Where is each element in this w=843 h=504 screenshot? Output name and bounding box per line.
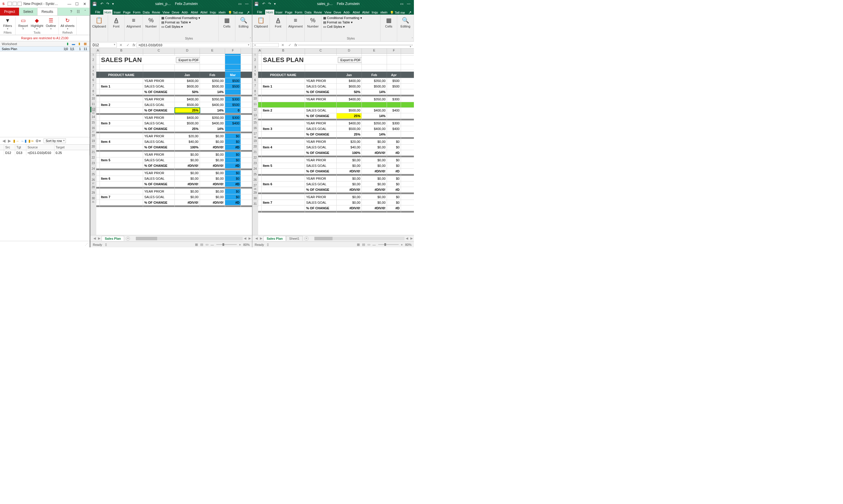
cell-value[interactable]: $500 <box>387 84 401 89</box>
zoom-slider[interactable] <box>216 244 237 245</box>
cell-value[interactable]: #DIV/0! <box>362 187 387 192</box>
cell-value[interactable]: #DIV/0! <box>200 145 225 150</box>
ribbon-tab-ablel[interactable]: Ablel <box>199 10 209 15</box>
cell-value[interactable]: 25% <box>175 126 200 131</box>
format-as-table-button[interactable]: ▤ Format as Table ▾ <box>161 20 217 24</box>
number-button[interactable]: %Number <box>145 16 158 28</box>
row-header[interactable]: 24 <box>252 166 258 172</box>
cell-value[interactable]: #DIV/0! <box>200 163 225 168</box>
col-header-F[interactable]: F <box>225 49 241 54</box>
cell-value[interactable]: $0 <box>225 152 241 157</box>
cell-value[interactable]: $500 <box>225 84 241 89</box>
cell-value[interactable]: $0 <box>387 176 401 181</box>
cell-value[interactable]: 14% <box>362 89 387 94</box>
cell-value[interactable]: $0,00 <box>175 194 200 200</box>
cell-value[interactable]: $0,00 <box>362 181 387 187</box>
cell-value[interactable]: $20,00 <box>337 139 362 144</box>
row-header[interactable]: 15 <box>252 120 258 125</box>
sync-right-icon[interactable]: ▮→ <box>13 139 19 143</box>
tab-project[interactable]: Project <box>0 7 19 16</box>
zoom-level[interactable]: 80% <box>405 243 412 247</box>
row-header[interactable]: 22 <box>90 155 96 160</box>
row-header[interactable]: 23 <box>90 160 96 166</box>
titlebar-tool-icon[interactable] <box>18 2 22 6</box>
col-header-E[interactable]: E <box>362 49 387 54</box>
cell-value[interactable]: $0 <box>225 176 241 181</box>
row-header[interactable]: 26 <box>90 177 96 183</box>
sheet-nav-next-icon[interactable]: ▶ <box>259 236 264 240</box>
cell-value[interactable]: 50% <box>337 89 362 94</box>
all-sheets-button[interactable]: ↻All sheets▾ <box>60 17 75 30</box>
cell-value[interactable]: $0,00 <box>200 139 225 144</box>
legend-icon[interactable]: ▬ <box>71 42 76 46</box>
minimize-button[interactable]: — <box>66 2 73 6</box>
col-header-A[interactable]: A <box>96 49 100 54</box>
sheet-tab[interactable]: Sales Plan <box>102 236 124 241</box>
cells-area[interactable]: SALES PLAN 2017Export to PDFPRODUCT NAME… <box>258 54 414 235</box>
row-header[interactable]: 21 <box>252 149 258 155</box>
ribbon-tab-inser[interactable]: Inser <box>112 10 122 15</box>
clipboard-button[interactable]: 📋Clipboard <box>92 16 106 28</box>
alignment-button[interactable]: ≡Alignment <box>288 16 303 28</box>
alignment-button[interactable]: ≡Alignment <box>126 16 141 28</box>
row-header[interactable]: 3 <box>252 65 258 70</box>
cell-value[interactable]: 14% <box>200 108 225 113</box>
ribbon-tab-ablel[interactable]: Ablel <box>352 10 361 15</box>
editing-button[interactable]: 🔍Editing <box>237 16 250 28</box>
nav-prev-icon[interactable]: ◀ <box>2 139 6 143</box>
name-box[interactable]: D12 <box>91 42 117 48</box>
save-icon[interactable]: 💾 <box>254 2 259 6</box>
cell-value[interactable]: $350,00 <box>362 78 387 84</box>
report-button[interactable]: ▭Report▾ <box>17 17 29 30</box>
hscrollbar[interactable] <box>136 237 243 240</box>
cell-value[interactable]: 25% <box>175 108 200 113</box>
ribbon-tab-hom[interactable]: Hom <box>103 10 112 15</box>
share-icon[interactable]: ↗ <box>244 10 252 15</box>
ribbon-tab-form[interactable]: Form <box>132 10 142 15</box>
cell-styles-button[interactable]: ▭ Cell Styles ▾ <box>161 24 217 29</box>
sync-all-right-icon[interactable]: ▮⇒ <box>28 139 34 143</box>
cell-value[interactable] <box>387 132 401 137</box>
ribbon-tab-inser[interactable]: Inser <box>274 10 284 15</box>
ribbon-tab-form[interactable]: Form <box>293 10 304 15</box>
ribbon-tab-view[interactable]: View <box>161 10 171 15</box>
row-header[interactable]: 13 <box>252 112 258 118</box>
fx-icon[interactable]: fx <box>293 43 298 47</box>
maximize-button[interactable]: ☐ <box>73 2 81 6</box>
cell-value[interactable]: #D <box>225 181 241 187</box>
cell-value[interactable]: #DIV/0! <box>175 181 200 187</box>
cell-value[interactable]: $500 <box>225 78 241 84</box>
cell-value[interactable]: $400 <box>225 121 241 126</box>
row-header[interactable]: 31 <box>252 201 258 206</box>
ribbon-tab-file[interactable]: File <box>92 10 103 15</box>
cell-value[interactable]: $0,00 <box>337 200 362 205</box>
row-header[interactable]: 6 <box>90 77 96 83</box>
ribbon-tab-page[interactable]: Page <box>284 10 293 15</box>
sync-left-icon[interactable]: ←▮ <box>20 139 27 143</box>
qat-more-icon[interactable]: ▾ <box>112 2 114 6</box>
cell-value[interactable]: $0,00 <box>362 194 387 200</box>
col-header-A[interactable]: A <box>258 49 262 54</box>
row-header[interactable]: 15 <box>90 120 96 125</box>
cell-value[interactable]: $400,00 <box>175 96 200 102</box>
cell-value[interactable]: $0,00 <box>362 158 387 163</box>
add-sheet-button[interactable]: + <box>126 236 130 240</box>
cell-value[interactable]: #DIV/0! <box>337 168 362 174</box>
cell-value[interactable]: $500,00 <box>337 126 362 131</box>
zoom-in-button[interactable]: + <box>239 243 241 247</box>
cell-value[interactable]: $400,00 <box>362 126 387 131</box>
cell-value[interactable]: $0 <box>387 181 401 187</box>
col-header-E[interactable]: E <box>200 49 225 54</box>
row-header[interactable]: 18 <box>90 132 96 138</box>
cells-button[interactable]: ▦Cells <box>382 16 395 28</box>
cell-value[interactable]: $0,00 <box>337 158 362 163</box>
cell-value[interactable]: $0 <box>387 200 401 205</box>
row-header[interactable]: 8 <box>90 88 96 94</box>
cell-value[interactable]: $400,00 <box>337 121 362 126</box>
titlebar-tool-icon[interactable] <box>13 2 17 6</box>
cell-value[interactable] <box>225 126 241 131</box>
zoom-out-button[interactable]: — <box>373 243 376 247</box>
cell-value[interactable]: $500 <box>225 102 241 107</box>
cell-value[interactable]: $400,00 <box>200 121 225 126</box>
cell-value[interactable]: $0,00 <box>200 158 225 163</box>
